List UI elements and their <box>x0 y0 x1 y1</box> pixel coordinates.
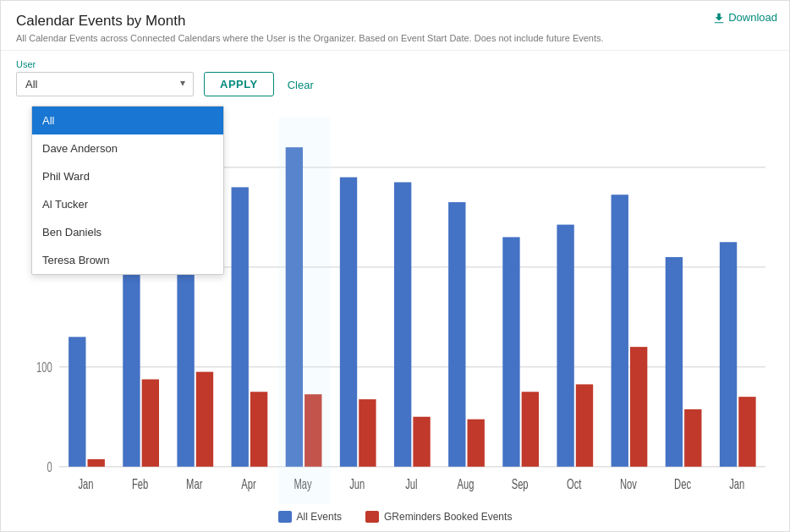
dropdown-item-ben[interactable]: Ben Daniels <box>32 218 223 246</box>
legend-greminders: GReminders Booked Events <box>365 511 512 523</box>
legend-all-events: All Events <box>278 511 342 523</box>
legend-all-events-label: All Events <box>297 511 342 523</box>
apply-button[interactable]: APPLY <box>204 72 274 96</box>
bar-apr-all <box>232 187 249 466</box>
bar-jan2-grem <box>738 397 755 467</box>
dropdown-item-phil[interactable]: Phil Ward <box>32 162 223 190</box>
svg-text:Apr: Apr <box>241 476 256 492</box>
legend-greminders-label: GReminders Booked Events <box>384 511 512 523</box>
clear-button[interactable]: Clear <box>284 74 317 96</box>
bar-jun-grem <box>359 399 376 467</box>
svg-text:Oct: Oct <box>567 476 582 492</box>
bar-aug-all <box>448 202 465 467</box>
bar-nov-grem <box>630 347 647 467</box>
svg-text:Dec: Dec <box>674 476 691 492</box>
app-container: Calendar Events by Month All Calendar Ev… <box>0 0 790 532</box>
svg-text:Aug: Aug <box>458 476 475 492</box>
user-select[interactable]: All Dave Anderson Phil Ward Al Tucker Be… <box>16 72 194 96</box>
bar-jan2-all <box>720 242 737 467</box>
bar-sep-grem <box>522 392 539 467</box>
page-title: Calendar Events by Month <box>16 13 774 30</box>
bar-jul-all <box>394 182 411 466</box>
user-dropdown: All Dave Anderson Phil Ward Al Tucker Be… <box>31 106 224 275</box>
bar-jan-grem <box>88 459 105 467</box>
chart-legend: All Events GReminders Booked Events <box>1 504 789 531</box>
dropdown-item-all[interactable]: All <box>32 107 223 134</box>
svg-text:Sep: Sep <box>512 476 529 492</box>
svg-text:0: 0 <box>47 459 52 475</box>
bar-jul-grem <box>413 417 430 467</box>
svg-text:Mar: Mar <box>186 476 203 492</box>
dropdown-item-dave[interactable]: Dave Anderson <box>32 134 223 162</box>
dropdown-item-teresa[interactable]: Teresa Brown <box>32 246 223 274</box>
svg-text:Jul: Jul <box>405 476 417 492</box>
bar-apr-grem <box>250 392 267 467</box>
svg-text:Jun: Jun <box>349 476 365 492</box>
bar-dec-all <box>666 257 683 467</box>
user-select-wrap: User All Dave Anderson Phil Ward Al Tuck… <box>16 59 194 96</box>
legend-box-blue <box>278 511 292 523</box>
download-button[interactable]: Download <box>713 11 777 24</box>
bar-jan-all <box>69 337 85 466</box>
bar-sep-all <box>502 237 519 466</box>
user-label: User <box>16 59 194 69</box>
svg-text:Jan: Jan <box>729 476 744 492</box>
legend-box-red <box>365 511 379 523</box>
svg-text:Feb: Feb <box>132 476 148 492</box>
bar-oct-all <box>557 225 573 467</box>
bar-mar-grem <box>196 372 213 467</box>
bar-dec-grem <box>684 409 701 467</box>
bar-feb-grem <box>142 380 159 467</box>
svg-text:100: 100 <box>36 359 52 376</box>
page-header: Calendar Events by Month All Calendar Ev… <box>1 1 789 51</box>
may-highlight <box>279 118 331 504</box>
bar-jun-all <box>340 178 357 467</box>
bar-oct-grem <box>576 384 593 466</box>
svg-text:Nov: Nov <box>620 476 637 492</box>
filter-controls: User All Dave Anderson Phil Ward Al Tuck… <box>1 51 789 105</box>
bar-aug-grem <box>468 420 485 467</box>
download-icon <box>713 12 725 24</box>
svg-text:Jan: Jan <box>78 476 93 492</box>
page-subtitle: All Calendar Events across Connected Cal… <box>16 33 774 43</box>
bar-nov-all <box>612 195 628 467</box>
dropdown-item-al[interactable]: Al Tucker <box>32 190 223 218</box>
